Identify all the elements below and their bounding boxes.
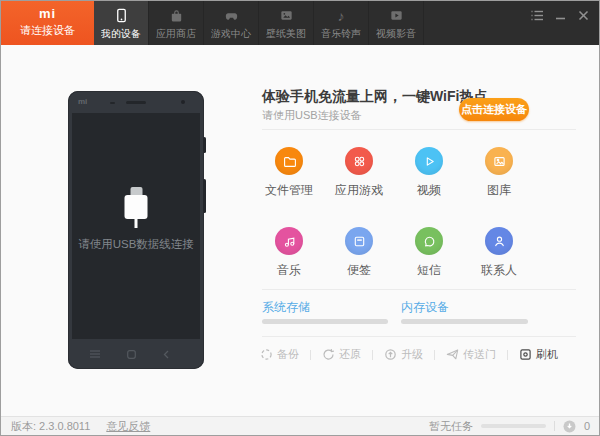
divider [434, 350, 435, 360]
tab-label: 游戏中心 [211, 27, 251, 40]
tab-label: 应用商店 [156, 27, 196, 40]
window-controls [531, 9, 590, 22]
download-count: 0 [584, 420, 591, 432]
divider [554, 421, 555, 431]
restore-icon [322, 348, 335, 361]
phone-icon [114, 8, 129, 23]
phone-mi-logo: mi [78, 97, 87, 106]
app-label: 短信 [417, 262, 441, 279]
app-messages[interactable]: 短信 [394, 227, 464, 279]
back-icon [163, 350, 169, 359]
app-label: 音乐 [277, 262, 301, 279]
tab-app-store[interactable]: 应用商店 [149, 1, 204, 45]
app-file-manager[interactable]: 文件管理 [254, 147, 324, 199]
status-bar: 版本: 2.3.0.8011 意见反馈 暂无任务 0 [1, 416, 599, 435]
titlebar: mi 请连接设备 我的设备 应用商店 游戏中心 壁纸美图 [1, 1, 599, 45]
download-icon[interactable] [563, 420, 576, 433]
picture-icon [485, 147, 513, 175]
backup-button[interactable]: 备份 [260, 347, 299, 362]
internal-storage-bar [401, 319, 528, 324]
wallpaper-image-icon [279, 8, 294, 23]
phone-sensor [110, 102, 115, 104]
connect-subtitle: 请使用USB连接设备 [262, 108, 362, 123]
tab-label: 视频影音 [376, 27, 416, 40]
task-list-button[interactable] [531, 9, 544, 22]
tab-video[interactable]: 视频影音 [369, 1, 424, 45]
menu-icon [90, 350, 100, 358]
person-icon [485, 227, 513, 255]
task-progress-bar [481, 424, 546, 428]
tab-my-device[interactable]: 我的设备 [94, 1, 149, 45]
connection-status: 请连接设备 [20, 23, 75, 38]
internal-storage-label[interactable]: 内存设备 [401, 299, 449, 316]
app-music[interactable]: 音乐 [254, 227, 324, 279]
home-icon [127, 350, 136, 359]
app-video[interactable]: 视频 [394, 147, 464, 199]
chat-bubble-icon [415, 227, 443, 255]
restore-button[interactable]: 还原 [322, 347, 361, 362]
tab-game-center[interactable]: 游戏中心 [204, 1, 259, 45]
mi-pc-suite-window: mi 请连接设备 我的设备 应用商店 游戏中心 壁纸美图 [0, 0, 600, 436]
upgrade-button[interactable]: 升级 [384, 347, 423, 362]
divider [262, 336, 576, 337]
version-text: 版本: 2.3.0.8011 [11, 419, 90, 434]
app-label: 视频 [417, 182, 441, 199]
phone-illustration: mi 请使用USB数据线连接 [68, 91, 204, 369]
upgrade-icon [384, 348, 397, 361]
backup-icon [260, 348, 273, 361]
usb-plug-icon [125, 187, 148, 228]
system-storage-bar [262, 319, 388, 324]
app-label: 应用游戏 [335, 182, 383, 199]
task-status-area: 暂无任务 0 [429, 419, 591, 434]
connect-device-button[interactable]: 点击连接设备 [459, 98, 529, 121]
mi-logo: mi [39, 8, 56, 20]
device-actions-row: 备份 还原 升级 传送门 刷机 [260, 347, 558, 362]
app-label: 文件管理 [265, 182, 313, 199]
app-notes[interactable]: 便签 [324, 227, 394, 279]
portal-button[interactable]: 传送门 [446, 347, 496, 362]
app-grid-icon [345, 147, 373, 175]
paper-plane-icon [446, 348, 459, 361]
tab-wallpapers[interactable]: 壁纸美图 [259, 1, 314, 45]
tab-label: 我的设备 [101, 27, 141, 40]
task-status-text: 暂无任务 [429, 419, 473, 434]
shopping-bag-icon [169, 8, 184, 23]
app-shortcut-grid: 文件管理 应用游戏 视频 图库 音乐 [254, 147, 534, 279]
flash-rom-icon [519, 348, 532, 361]
tab-label: 音乐铃声 [321, 27, 361, 40]
app-label: 图库 [487, 182, 511, 199]
divider [372, 350, 373, 360]
phone-camera [181, 100, 185, 104]
note-icon [345, 227, 373, 255]
wifi-hotspot-headline: 体验手机免流量上网，一键WiFi热点 [262, 88, 487, 106]
divider [507, 350, 508, 360]
phone-screen: 请使用USB数据线连接 [72, 113, 200, 339]
play-icon [415, 147, 443, 175]
brand-block: mi 请连接设备 [1, 1, 94, 45]
divider [262, 129, 576, 130]
divider [262, 289, 576, 290]
close-button[interactable] [577, 9, 590, 22]
app-label: 联系人 [481, 262, 517, 279]
app-contacts[interactable]: 联系人 [464, 227, 534, 279]
phone-earpiece [126, 101, 146, 104]
tab-music-ringtones[interactable]: ♪ 音乐铃声 [314, 1, 369, 45]
video-player-icon [389, 8, 404, 23]
minimize-button[interactable] [554, 9, 567, 22]
feedback-link[interactable]: 意见反馈 [106, 419, 150, 434]
phone-navbar [68, 339, 204, 369]
usb-hint-text: 请使用USB数据线连接 [72, 237, 200, 252]
folder-icon [275, 147, 303, 175]
app-gallery[interactable]: 图库 [464, 147, 534, 199]
tab-label: 壁纸美图 [266, 27, 306, 40]
gamepad-icon [224, 8, 239, 23]
phone-volume-button [203, 137, 206, 153]
divider [310, 350, 311, 360]
system-storage-label[interactable]: 系统存储 [262, 299, 310, 316]
music-notes-icon [275, 227, 303, 255]
music-note-icon: ♪ [338, 8, 345, 23]
app-apps-games[interactable]: 应用游戏 [324, 147, 394, 199]
phone-power-button [203, 179, 206, 213]
app-label: 便签 [347, 262, 371, 279]
flash-rom-button[interactable]: 刷机 [519, 347, 558, 362]
